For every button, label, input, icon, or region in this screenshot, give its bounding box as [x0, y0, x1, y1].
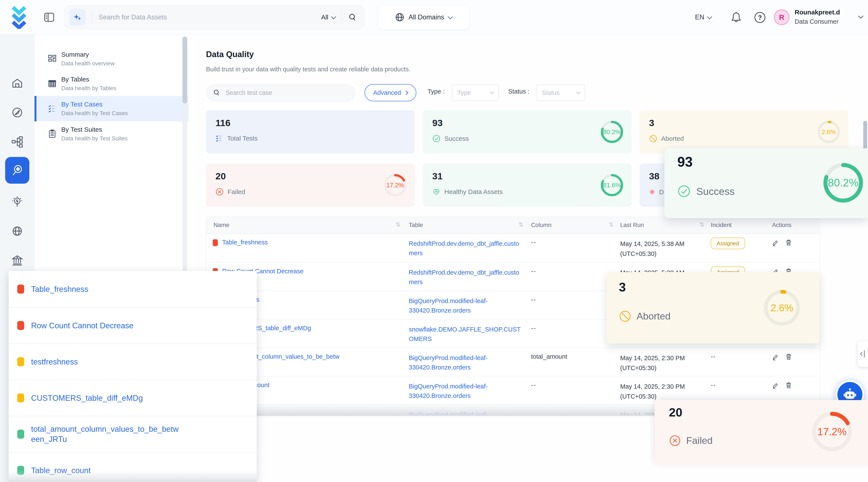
- list-item[interactable]: Row Count Cannot Decrease: [9, 307, 257, 343]
- globe-nav-icon[interactable]: [11, 225, 23, 237]
- stat-label: Failed: [227, 188, 245, 195]
- edit-icon[interactable]: [772, 353, 779, 360]
- check-circle-icon: [432, 134, 440, 143]
- subnav-item-by-tables[interactable]: By Tables Data health by Tables: [34, 71, 188, 96]
- table-link[interactable]: BigQueryProd.modified-leaf-330420.Bronze…: [409, 353, 523, 372]
- subnav-item-by-test-suites[interactable]: By Test Suites Data health by Test Suite…: [34, 121, 188, 146]
- data-quality-nav-active[interactable]: [5, 157, 29, 184]
- check-circle-icon: [677, 185, 691, 198]
- column-cell: total_amount: [531, 353, 609, 360]
- stat-card-success[interactable]: 93 Success 80.2%: [423, 110, 631, 154]
- language-dropdown[interactable]: EN: [695, 0, 711, 34]
- all-domains-dropdown[interactable]: All Domains: [378, 5, 469, 29]
- test-name-link[interactable]: Row Count Cannot Decrease: [31, 321, 133, 331]
- failed-donut: 17.2%: [383, 173, 407, 197]
- search-scope-dropdown[interactable]: All: [321, 13, 335, 21]
- sort-icon[interactable]: ⇅: [609, 221, 614, 228]
- stat-card-healthy-data-assets[interactable]: 31 Healthy Data Assets 81.6%: [423, 164, 631, 207]
- test-name-link[interactable]: Table_freshness: [222, 239, 395, 246]
- list-item[interactable]: CUSTOMERS_table_diff_eMDg: [9, 380, 257, 416]
- stat-card-total-tests[interactable]: 116 Total Tests: [206, 110, 415, 154]
- sort-icon[interactable]: ⇅: [700, 221, 705, 228]
- subnav-subtitle: Data health by Test Cases: [61, 110, 188, 117]
- table-link[interactable]: snowflake.DEMO.JAFFLE_SHOP.CUSTOMERS: [409, 325, 523, 344]
- success-donut-large: 80.2%: [822, 162, 864, 204]
- success-donut: 80.2%: [600, 120, 624, 144]
- table-header: Name⇅ Table⇅ Column⇅ Last Run⇅ Incident …: [206, 217, 819, 234]
- compass-icon[interactable]: [11, 106, 23, 119]
- user-menu-chevron-icon[interactable]: [858, 13, 863, 19]
- status-filter-select[interactable]: Status: [537, 85, 585, 101]
- global-search-bar[interactable]: All: [64, 5, 365, 29]
- incident-badge[interactable]: Assigned: [711, 237, 745, 249]
- test-name-link[interactable]: total_amount_column_values_to_be_between…: [31, 424, 179, 444]
- sidebar-toggle-icon[interactable]: [44, 12, 54, 23]
- test-case-search-input[interactable]: [225, 89, 348, 97]
- x-circle-icon: [216, 188, 224, 196]
- type-filter-label: Type :: [428, 88, 444, 95]
- test-name-link[interactable]: testfreshness: [31, 357, 78, 367]
- list-item[interactable]: total_amount_column_values_to_be_between…: [9, 416, 257, 452]
- divider: [92, 11, 92, 23]
- edit-icon[interactable]: [772, 382, 779, 389]
- type-filter-select[interactable]: Type: [452, 85, 499, 101]
- edit-icon[interactable]: [772, 239, 779, 246]
- subnav-item-by-test-cases[interactable]: By Test Cases Data health by Test Cases: [34, 96, 188, 121]
- burst-icon: ✳: [649, 188, 655, 196]
- search-icon[interactable]: [348, 13, 357, 22]
- lineage-icon[interactable]: [11, 136, 23, 148]
- user-role: Data Consumer: [795, 18, 838, 25]
- governance-bank-icon[interactable]: [11, 254, 23, 266]
- table-row: total_amount_column_values_to_be_betw Bi…: [206, 348, 819, 376]
- advanced-filter-button[interactable]: Advanced: [365, 84, 416, 101]
- notifications-bell-icon[interactable]: [731, 11, 742, 23]
- subnav-scrollbar-thumb[interactable]: [183, 37, 187, 103]
- stat-value: 20: [216, 171, 226, 182]
- row-actions: [772, 239, 792, 246]
- column-cell: --: [531, 382, 609, 389]
- clipboard-checklist-icon: [48, 130, 57, 138]
- avatar[interactable]: R: [774, 9, 789, 25]
- stat-card-failed[interactable]: 20 Failed 17.2%: [206, 164, 415, 207]
- delete-icon[interactable]: [785, 382, 792, 389]
- language-label: EN: [695, 13, 704, 21]
- delete-icon[interactable]: [785, 353, 792, 360]
- list-item[interactable]: testfreshness: [9, 343, 257, 380]
- incident-cell: --: [711, 382, 716, 389]
- table-icon: [48, 79, 57, 88]
- ai-sparkle-icon[interactable]: [69, 9, 86, 26]
- test-name-link[interactable]: Table_freshness: [31, 284, 88, 294]
- zoom-overlay-name-list: Table_freshness Row Count Cannot Decreas…: [9, 271, 257, 482]
- status-filter-label: Status :: [508, 88, 529, 95]
- overlay-label: Failed: [686, 435, 713, 446]
- robot-icon: [843, 388, 857, 401]
- column-cell: --: [531, 268, 609, 275]
- global-search-input[interactable]: [98, 13, 321, 21]
- sort-icon[interactable]: ⇅: [396, 221, 401, 228]
- heart-pulse-icon: [432, 188, 440, 196]
- app-logo[interactable]: [11, 6, 27, 29]
- row-actions: [772, 382, 792, 389]
- data-quality-page: All All Domains EN ? R Rounakpreet.d D: [0, 0, 868, 482]
- stat-value: 3: [649, 118, 654, 128]
- table-link[interactable]: BigQueryProd.modified-leaf-330420.Bronze…: [409, 382, 523, 400]
- table-link[interactable]: BigQueryProd.modified-leaf-330420.Bronze…: [409, 296, 523, 315]
- subnav-title: By Test Suites: [61, 126, 188, 133]
- list-item[interactable]: Table_freshness: [9, 271, 257, 307]
- status-square: [17, 393, 24, 403]
- test-name-link[interactable]: CUSTOMERS_table_diff_eMDg: [31, 393, 143, 403]
- insights-lightbulb-icon[interactable]: [11, 196, 23, 208]
- test-case-search[interactable]: [206, 84, 355, 101]
- delete-icon[interactable]: [785, 239, 792, 246]
- home-icon[interactable]: [11, 77, 23, 89]
- slash-circle-icon: [649, 134, 657, 143]
- chevron-down-icon: [490, 90, 494, 94]
- side-panel-toggle-button[interactable]: [858, 341, 868, 367]
- stat-card-aborted[interactable]: 3 Aborted 2.6%: [640, 110, 848, 154]
- col-header-column: Column: [531, 222, 552, 228]
- table-link[interactable]: RedshiftProd.dev.demo_dbt_jaffle.custome…: [409, 239, 523, 258]
- table-link[interactable]: RedshiftProd.dev.demo_dbt_jaffle.custome…: [409, 268, 523, 287]
- help-icon[interactable]: ?: [754, 12, 765, 23]
- sort-icon[interactable]: ⇅: [519, 221, 524, 228]
- subnav-item-summary[interactable]: Summary Data health overview: [34, 46, 188, 71]
